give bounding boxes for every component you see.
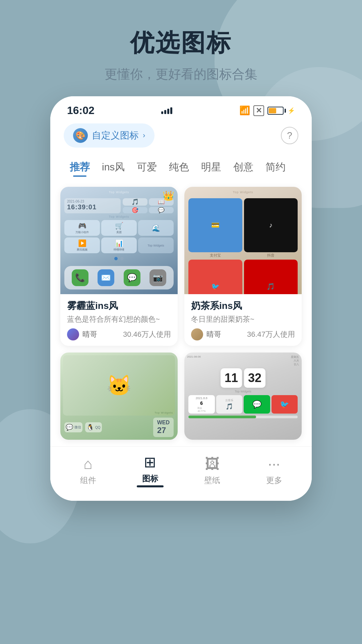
more-icon: ··· bbox=[268, 455, 280, 472]
custom-icon-label: 自定义图标 bbox=[92, 129, 139, 142]
tab-ins[interactable]: ins风 bbox=[96, 158, 131, 177]
app-tiktok: ♪ 抖音 bbox=[244, 198, 298, 258]
theme-preview-cat: 🐱 Top Widgets 💬 微信 🐧 QQ WED27 bbox=[60, 353, 178, 440]
app-alipay: 💳 支付宝 bbox=[188, 198, 242, 258]
usage-count-beige: 36.47万人使用 bbox=[247, 329, 295, 339]
tab-cute[interactable]: 可爱 bbox=[131, 158, 163, 177]
nav-widgets[interactable]: ⌂ 组件 bbox=[57, 455, 119, 486]
nav-label-widgets: 组件 bbox=[80, 475, 96, 486]
top-widgets-banner-2: Top Widgets bbox=[187, 190, 299, 195]
theme-meta-beige: 晴哥 36.47万人使用 bbox=[191, 328, 295, 340]
preview-dock-blue: 📞 ✉️ 💬 📷 bbox=[64, 266, 174, 289]
top-widgets-label-1: Top Widgets bbox=[63, 215, 175, 218]
theme-card-blue[interactable]: 👑 Top Widgets 盐系零霾蓝 2021-06-23 16:39:01 bbox=[60, 187, 178, 346]
usage-count-blue: 30.46万人使用 bbox=[123, 329, 171, 339]
theme-preview-blue: 👑 Top Widgets 盐系零霾蓝 2021-06-23 16:39:01 bbox=[60, 187, 178, 294]
phone-mockup: 16:02 📶 ✕ ⚡ 🎨 自定义图标 › bbox=[50, 96, 312, 501]
theme-card-minimal[interactable]: 2021-08-06 星期五六月廿八 11 32 Top Widgets 202… bbox=[184, 353, 302, 440]
theme-card-beige[interactable]: Top Widgets 🎨 Top Widgets 💳 支付宝 ♪ bbox=[184, 187, 302, 346]
tab-creative[interactable]: 创意 bbox=[227, 158, 259, 177]
category-tabs: 推荐 ins风 可爱 纯色 明星 创意 简约 bbox=[50, 154, 312, 183]
chevron-right-icon: › bbox=[143, 131, 145, 140]
x-icon: ✕ bbox=[253, 105, 264, 116]
help-button[interactable]: ? bbox=[281, 127, 298, 144]
page-header: 优选图标 更懂你，更好看的图标合集 bbox=[0, 0, 362, 96]
theme-desc-blue: 蓝色是符合所有幻想的颜色~ bbox=[67, 314, 171, 324]
help-icon: ? bbox=[287, 130, 292, 141]
dock-camera-icon: 📷 bbox=[149, 269, 166, 286]
nav-label-icons: 图标 bbox=[142, 473, 158, 484]
dock-phone-icon: 📞 bbox=[72, 269, 88, 286]
carousel-dots-1 bbox=[63, 255, 175, 262]
customize-icon: 🎨 bbox=[75, 131, 85, 140]
author-avatar-beige bbox=[191, 328, 203, 340]
theme-grid: 👑 Top Widgets 盐系零霾蓝 2021-06-23 16:39:01 bbox=[50, 183, 312, 446]
theme-info-blue: 雾霾蓝ins风 蓝色是符合所有幻想的颜色~ 晴哥 30.46万人使用 bbox=[60, 294, 178, 346]
nav-active-indicator bbox=[137, 485, 164, 487]
nav-label-wallpaper: 壁纸 bbox=[204, 475, 220, 486]
signal-bar-2 bbox=[164, 110, 166, 114]
app-weibo: 🐦 微博 bbox=[188, 260, 242, 294]
author-name-beige: 晴哥 bbox=[206, 329, 221, 339]
tab-star[interactable]: 明星 bbox=[195, 158, 227, 177]
theme-card-cat[interactable]: 🐱 Top Widgets 💬 微信 🐧 QQ WED27 bbox=[60, 353, 178, 440]
status-icons: 📶 ✕ ⚡ bbox=[239, 105, 295, 116]
top-widgets-minimal: Top Widgets bbox=[187, 390, 299, 393]
page-subtitle: 更懂你，更好看的图标合集 bbox=[0, 66, 362, 83]
tab-recommended[interactable]: 推荐 bbox=[64, 158, 96, 177]
theme-name-blue: 雾霾蓝ins风 bbox=[67, 300, 171, 312]
nav-wallpaper[interactable]: 🖼 壁纸 bbox=[181, 455, 243, 486]
widgets-icon: ⌂ bbox=[83, 455, 93, 472]
battery-icon: ⚡ bbox=[267, 107, 295, 115]
signal-bar-4 bbox=[170, 107, 172, 114]
custom-icon-avatar: 🎨 bbox=[73, 128, 88, 143]
tab-solid[interactable]: 纯色 bbox=[163, 158, 195, 177]
author-avatar-blue bbox=[67, 328, 79, 340]
tab-minimal[interactable]: 简约 bbox=[259, 158, 292, 177]
custom-icon-bar: 🎨 自定义图标 › ? bbox=[50, 120, 312, 154]
nav-more[interactable]: ··· 更多 bbox=[243, 455, 305, 486]
status-bar: 16:02 📶 ✕ ⚡ bbox=[50, 96, 312, 120]
theme-preview-minimal: 2021-08-06 星期五六月廿八 11 32 Top Widgets 202… bbox=[184, 353, 302, 440]
nav-label-more: 更多 bbox=[266, 475, 282, 486]
theme-info-beige: 奶茶系ins风 冬日里的甜栗奶茶~ 晴哥 36.47万人使用 bbox=[184, 294, 302, 346]
signal-bar-3 bbox=[167, 109, 169, 114]
bottom-nav: ⌂ 组件 ⊞ 图标 🖼 壁纸 ··· 更多 bbox=[50, 446, 312, 501]
theme-meta-blue: 晴哥 30.46万人使用 bbox=[67, 328, 171, 340]
status-time: 16:02 bbox=[67, 104, 95, 117]
nav-icons[interactable]: ⊞ 图标 bbox=[119, 453, 181, 487]
dock-mail-icon: ✉️ bbox=[98, 269, 114, 286]
signal-bars bbox=[161, 107, 172, 114]
dock-msg-icon: 💬 bbox=[124, 269, 140, 286]
theme-desc-beige: 冬日里的甜栗奶茶~ bbox=[191, 314, 295, 324]
theme-preview-beige: Top Widgets 🎨 Top Widgets 💳 支付宝 ♪ bbox=[184, 187, 302, 294]
author-name-blue: 晴哥 bbox=[82, 329, 97, 339]
custom-icon-button[interactable]: 🎨 自定义图标 › bbox=[64, 123, 155, 148]
wifi-icon: 📶 bbox=[239, 105, 250, 116]
top-widgets-banner-1: Top Widgets bbox=[63, 190, 175, 195]
signal-bar-1 bbox=[161, 111, 163, 114]
theme-name-beige: 奶茶系ins风 bbox=[191, 300, 295, 312]
page-title: 优选图标 bbox=[0, 27, 362, 59]
top-widgets-cat: Top Widgets bbox=[155, 411, 173, 414]
premium-crown-icon: 👑 bbox=[163, 190, 174, 201]
app-music: 🎵 网易云音乐 bbox=[244, 260, 298, 294]
wallpaper-icon: 🖼 bbox=[205, 455, 220, 472]
icons-icon: ⊞ bbox=[144, 453, 156, 471]
